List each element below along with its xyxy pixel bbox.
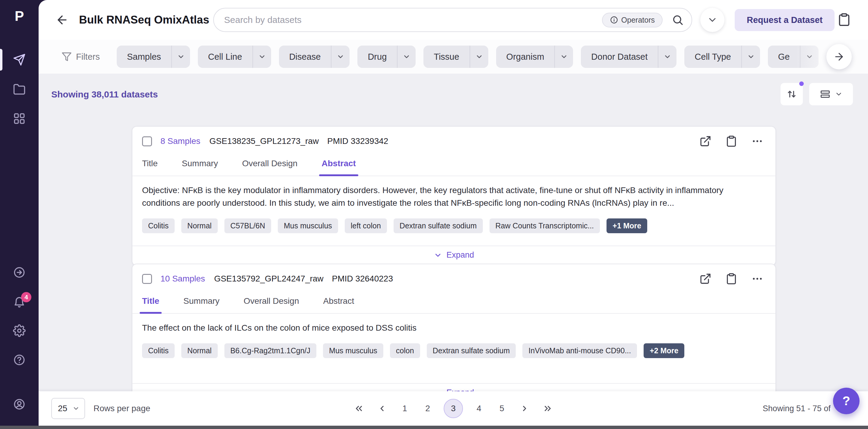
tab-abstract[interactable]: Abstract [323, 291, 354, 313]
sort-button[interactable] [780, 83, 803, 105]
filter-chip-disease[interactable]: Disease [279, 45, 350, 68]
filter-chip-tissue[interactable]: Tissue [424, 45, 488, 68]
copy-metadata-icon[interactable] [725, 273, 737, 285]
chevron-down-icon[interactable] [554, 45, 573, 68]
rows-per-page-select[interactable]: 25 [51, 398, 85, 419]
clipboard-icon [837, 13, 851, 27]
open-external-icon[interactable] [700, 135, 711, 147]
filter-chip-drug[interactable]: Drug [358, 45, 415, 68]
back-button[interactable] [56, 13, 69, 27]
tab-summary[interactable]: Summary [183, 291, 220, 313]
sidebar-item-projects[interactable] [0, 76, 39, 102]
samples-link[interactable]: 8 Samples [160, 136, 200, 146]
tag: Colitis [142, 218, 175, 233]
tab-abstract[interactable]: Abstract [321, 153, 356, 176]
more-tags-badge[interactable]: +1 More [607, 218, 647, 233]
sidebar-item-data-transfer[interactable] [0, 260, 39, 285]
sidebar-item-omixatlas[interactable] [0, 47, 39, 72]
prev-page-button[interactable] [375, 399, 389, 418]
window-bottom-edge [0, 426, 868, 429]
chevron-down-icon[interactable] [331, 45, 349, 68]
sidebar-item-settings[interactable] [0, 318, 39, 343]
page-3-button[interactable]: 3 [444, 399, 463, 418]
chevron-down-icon[interactable] [252, 45, 271, 68]
search-expand-button[interactable] [700, 8, 724, 32]
sidebar-item-help[interactable] [0, 347, 39, 373]
help-circle-icon [13, 354, 26, 366]
more-options-icon[interactable] [751, 273, 763, 285]
chevron-down-icon[interactable] [171, 45, 190, 68]
sort-icon [786, 88, 798, 100]
circle-arrow-icon [13, 266, 26, 279]
copy-metadata-icon[interactable] [725, 135, 737, 147]
pagination: 1 2 3 4 5 [352, 399, 555, 418]
chevron-down-icon[interactable] [470, 45, 488, 68]
scroll-filters-right-button[interactable] [826, 44, 852, 69]
first-page-button[interactable] [352, 399, 366, 418]
sidebar-item-account[interactable] [0, 392, 39, 417]
search-box: Operators [213, 8, 692, 32]
chevron-down-icon [707, 14, 718, 25]
page-5-button[interactable]: 5 [495, 399, 509, 418]
abstract-text: Objective: NFκB is the key modulator in … [142, 184, 763, 209]
samples-link[interactable]: 10 Samples [160, 274, 205, 284]
filter-bar: Filters Samples Cell Line Disease Drug T… [39, 40, 868, 73]
operators-badge[interactable]: Operators [602, 13, 662, 27]
view-layout-button[interactable] [809, 83, 853, 105]
page-title: Bulk RNASeq OmixAtlas [79, 13, 209, 26]
search-submit-button[interactable] [672, 14, 684, 26]
sort-indicator-dot [799, 82, 804, 86]
more-options-icon[interactable] [751, 135, 763, 147]
tag: Colitis [142, 343, 175, 358]
expand-button[interactable]: Expand [132, 246, 775, 265]
card-header: 8 Samples GSE138235_GPL21273_raw PMID 33… [132, 127, 775, 153]
tab-title[interactable]: Title [142, 291, 159, 313]
tag: Raw Counts Transcriptomic... [490, 218, 600, 233]
tab-overall-design[interactable]: Overall Design [244, 291, 299, 313]
tag: Normal [181, 218, 218, 233]
card-body: The effect on the lack of ILCs on the co… [132, 321, 775, 383]
card-actions [700, 273, 763, 285]
chevron-down-icon [835, 90, 843, 98]
dataset-card: 10 Samples GSE135792_GPL24247_raw PMID 3… [132, 264, 776, 403]
filter-chip-samples[interactable]: Samples [117, 45, 190, 68]
next-page-button[interactable] [518, 399, 532, 418]
tab-overall-design[interactable]: Overall Design [242, 153, 298, 176]
footer: 25 Rows per page 1 2 3 4 5 Showing 51 - … [39, 391, 868, 426]
last-page-button[interactable] [541, 399, 555, 418]
filters-button[interactable]: Filters [62, 52, 100, 62]
dataset-checkbox[interactable] [142, 136, 152, 146]
results-count: Showing 38,011 datasets [51, 89, 158, 99]
page-4-button[interactable]: 4 [472, 399, 486, 418]
page-2-button[interactable]: 2 [421, 399, 435, 418]
dataset-checkbox[interactable] [142, 274, 152, 284]
pmid-label: PMID 32640223 [332, 274, 393, 284]
info-icon [610, 16, 618, 24]
open-external-icon[interactable] [700, 273, 711, 285]
tag: Dextran sulfate sodium [394, 218, 483, 233]
sidebar-item-apps[interactable] [0, 106, 39, 131]
chevron-down-icon[interactable] [658, 45, 677, 68]
filter-chip-cell-type[interactable]: Cell Type [684, 45, 760, 68]
more-tags-badge[interactable]: +2 More [644, 343, 684, 358]
filter-chip-donor-dataset[interactable]: Donor Dataset [581, 45, 677, 68]
filter-chip-cell-line[interactable]: Cell Line [198, 45, 271, 68]
filter-chip-organism[interactable]: Organism [496, 45, 574, 68]
request-dataset-button[interactable]: Request a Dataset [735, 9, 835, 31]
dataset-id: GSE135792_GPL24247_raw [214, 274, 323, 284]
page-1-button[interactable]: 1 [398, 399, 412, 418]
tab-summary[interactable]: Summary [182, 153, 218, 176]
chevron-down-icon[interactable] [397, 45, 415, 68]
sidebar-item-notifications[interactable]: 4 [0, 289, 39, 315]
search-input[interactable] [224, 15, 602, 25]
card-header: 10 Samples GSE135792_GPL24247_raw PMID 3… [132, 264, 775, 291]
filters-label: Filters [76, 52, 100, 62]
omixatlas-explore-icon [13, 53, 26, 66]
header: Bulk RNASeq OmixAtlas Operators Request … [39, 0, 868, 40]
chevron-down-icon[interactable] [741, 45, 760, 68]
clipboard-button[interactable] [837, 13, 851, 27]
account-user-icon [13, 398, 26, 410]
help-button[interactable]: ? [833, 388, 860, 414]
tab-title[interactable]: Title [142, 153, 158, 176]
polly-logo[interactable]: P [0, 8, 39, 24]
